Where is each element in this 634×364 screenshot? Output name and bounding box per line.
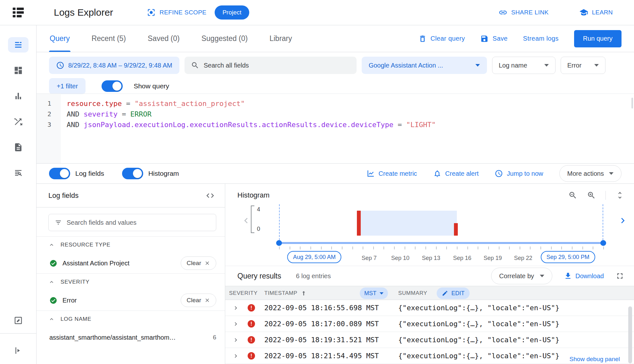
fullscreen-icon[interactable] — [615, 271, 624, 280]
query-line[interactable]: resource.type = "assistant_action_projec… — [67, 98, 634, 109]
stream-logs-button[interactable]: Stream logs — [523, 35, 559, 42]
create-alert-label: Create alert — [445, 170, 479, 177]
main-content: QueryRecent (5)Saved (0)Suggested (0)Lib… — [37, 25, 634, 364]
refine-scope-button[interactable]: REFINE SCOPE — [147, 8, 206, 17]
sidebar-item-dashboard[interactable] — [8, 63, 29, 78]
show-query-toggle[interactable] — [102, 80, 123, 92]
severity-cell: ! — [248, 336, 264, 344]
expand-row-chevron[interactable] — [225, 320, 248, 328]
timeline-tick — [540, 247, 541, 249]
severity-dropdown-label: Error — [567, 62, 581, 69]
create-metric-icon — [366, 169, 375, 178]
tab-library[interactable]: Library — [269, 25, 292, 52]
timezone-dropdown[interactable]: MST — [360, 287, 388, 299]
correlate-by-dropdown[interactable]: Correlate by — [491, 268, 552, 284]
log-fields-toggle[interactable] — [49, 168, 70, 179]
sort-ascending-icon[interactable] — [301, 290, 307, 296]
histogram-toggle[interactable] — [122, 168, 143, 179]
editor-gutter: 123 — [37, 94, 61, 163]
jump-to-now-button[interactable]: Jump to now — [495, 169, 543, 178]
sidebar-nav — [0, 25, 37, 364]
column-timestamp[interactable]: TIMESTAMP — [264, 290, 307, 296]
show-debug-panel-link[interactable]: Show debug panel — [566, 356, 620, 363]
tab-suggested[interactable]: Suggested (0) — [201, 25, 248, 52]
query-token: AND — [67, 110, 84, 118]
zoom-in-icon[interactable] — [587, 191, 596, 200]
learn-button[interactable]: LEARN — [579, 8, 613, 17]
run-query-button[interactable]: Run query — [574, 30, 622, 47]
sidebar-item-storage[interactable] — [8, 140, 29, 155]
sidebar-item-router[interactable] — [8, 114, 29, 129]
more-actions-button[interactable]: More actions — [559, 165, 622, 182]
sidebar-item-metrics[interactable] — [8, 88, 29, 104]
log-name-dropdown[interactable]: Log name — [492, 57, 556, 74]
histogram-bar[interactable] — [357, 211, 361, 236]
expand-panel-button[interactable] — [8, 343, 29, 358]
clear-query-button[interactable]: Clear query — [418, 35, 465, 43]
time-range-chip[interactable]: 8/29/22, 8:48 AM – 9/29/22, 9:48 AM — [49, 57, 179, 74]
chevron-down-icon — [594, 64, 599, 67]
create-metric-button[interactable]: Create metric — [366, 169, 417, 178]
log-fields-section-header[interactable]: RESOURCE TYPE — [37, 236, 225, 253]
log-fields-section-header[interactable]: SEVERITY — [37, 273, 225, 290]
log-fields-search-input[interactable] — [67, 219, 210, 226]
edit-summary-button[interactable]: EDIT — [437, 287, 470, 299]
log-fields-section-header[interactable]: LOG NAME — [37, 311, 225, 327]
timeline-tick — [321, 247, 322, 249]
timeline-slider[interactable] — [279, 240, 603, 246]
sidebar-item-logs-explorer[interactable] — [8, 37, 29, 53]
editor-scrollbar[interactable] — [631, 98, 633, 109]
slider-track[interactable] — [279, 242, 603, 244]
editor-code[interactable]: resource.type = "assistant_action_projec… — [61, 94, 634, 163]
histogram-plot[interactable] — [279, 205, 603, 236]
trash-icon — [418, 35, 427, 43]
timeline-tick — [582, 247, 583, 249]
expand-row-chevron[interactable] — [225, 304, 248, 311]
share-link-button[interactable]: SHARE LINK — [498, 8, 549, 17]
resource-type-dropdown[interactable]: Google Assistant Action ... — [362, 57, 487, 74]
clear-filter-button[interactable]: Clear — [181, 256, 216, 270]
search-all-fields-input[interactable] — [204, 62, 350, 69]
range-start-pill[interactable]: Aug 29, 5:00 AM — [287, 251, 342, 263]
range-end-pill[interactable]: Sep 29, 5:00 PM — [541, 251, 595, 263]
sidebar-item-feedback[interactable] — [8, 313, 29, 328]
slider-handle-start[interactable] — [276, 240, 282, 246]
range-guide-start — [279, 204, 280, 240]
log-entry-timestamp: 2022-09-05 18:19:31.521 MST — [264, 336, 398, 344]
scope-badge[interactable]: Project — [215, 5, 249, 20]
clear-label: Clear — [187, 260, 201, 267]
log-entry-row[interactable]: !2022-09-05 18:19:31.521 MST{"executionL… — [225, 332, 634, 348]
learn-label: LEARN — [592, 9, 613, 16]
tab-query[interactable]: Query — [49, 25, 70, 52]
log-fields-section-label: SEVERITY — [61, 279, 89, 285]
add-filter-chip[interactable]: +1 filter — [49, 78, 86, 94]
histogram-bar[interactable] — [454, 223, 458, 236]
timeline-tick — [363, 247, 363, 249]
save-button[interactable]: Save — [480, 35, 507, 43]
query-line[interactable]: AND jsonPayload.executionLog.executionRe… — [67, 119, 634, 130]
zoom-out-icon[interactable] — [568, 191, 577, 200]
slider-handle-end[interactable] — [600, 240, 606, 246]
expand-row-chevron[interactable] — [225, 336, 248, 344]
download-button[interactable]: Download — [564, 272, 604, 280]
router-icon — [13, 117, 23, 126]
log-entry-row[interactable]: !2022-09-05 18:17:00.089 MST{"executionL… — [225, 316, 634, 332]
sidebar-item-log-analytics[interactable] — [8, 165, 29, 181]
unfold-more-icon[interactable] — [615, 191, 624, 200]
severity-dropdown[interactable]: Error — [561, 57, 605, 74]
query-line[interactable]: AND severity = ERROR — [67, 109, 634, 119]
clear-filter-button[interactable]: Clear — [181, 294, 216, 307]
results-scrollbar[interactable] — [628, 306, 632, 363]
tab-saved[interactable]: Saved (0) — [147, 25, 180, 52]
log-entry-row[interactable]: !2022-09-05 18:16:55.698 MST{"executionL… — [225, 300, 634, 316]
code-brackets-icon[interactable] — [206, 191, 215, 200]
tab-recent[interactable]: Recent (5) — [91, 25, 127, 52]
create-alert-button[interactable]: Create alert — [433, 169, 479, 178]
document-icon — [13, 142, 23, 152]
timeline-next-chevron[interactable] — [617, 215, 628, 226]
expand-row-chevron[interactable] — [225, 352, 248, 360]
query-editor[interactable]: 123 resource.type = "assistant_action_pr… — [37, 93, 634, 164]
timeline-prev-chevron[interactable] — [241, 215, 251, 226]
cloud-logging-logo-icon[interactable] — [11, 5, 26, 20]
query-results-title: Query results — [237, 272, 281, 280]
